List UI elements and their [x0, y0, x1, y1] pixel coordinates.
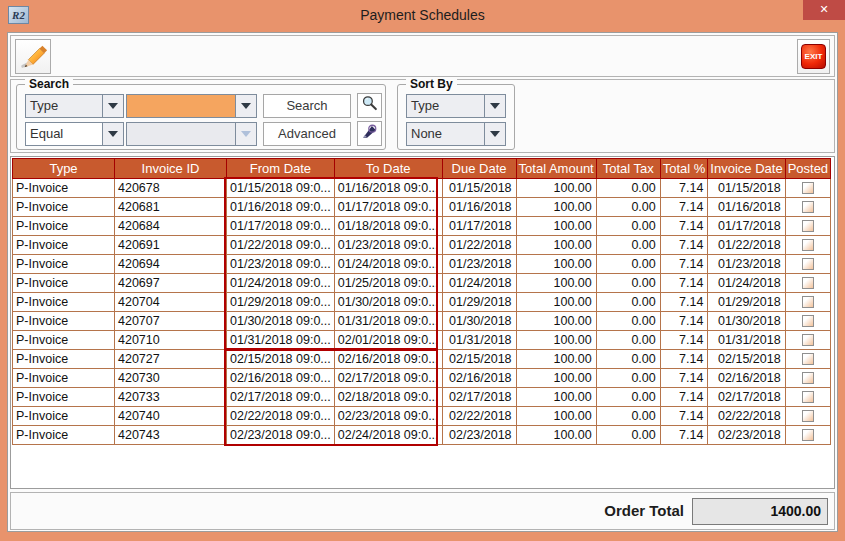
- cell-to_date[interactable]: 02/16/2018 09:0...: [334, 350, 442, 369]
- cell-total_pct[interactable]: 7.14: [660, 426, 708, 445]
- cell-invoice_date[interactable]: 02/22/2018: [708, 407, 785, 426]
- cell-from_date[interactable]: 02/15/2018 09:0...: [227, 350, 335, 369]
- cell-to_date[interactable]: 01/18/2018 09:0...: [334, 217, 442, 236]
- cell-to_date[interactable]: 02/17/2018 09:0...: [334, 369, 442, 388]
- cell-to_date[interactable]: 01/30/2018 09:0...: [334, 293, 442, 312]
- cell-invoice_date[interactable]: 01/30/2018: [708, 312, 785, 331]
- column-header-total_pct[interactable]: Total %: [660, 159, 708, 179]
- cell-posted[interactable]: [785, 236, 830, 255]
- cell-from_date[interactable]: 01/23/2018 09:0...: [227, 255, 335, 274]
- cell-due_date[interactable]: 01/31/2018: [442, 331, 516, 350]
- cell-total_tax[interactable]: 0.00: [596, 331, 660, 350]
- cell-invoice_id[interactable]: 420694: [115, 255, 227, 274]
- cell-total_amount[interactable]: 100.00: [516, 350, 596, 369]
- cell-to_date[interactable]: 01/24/2018 09:0...: [334, 255, 442, 274]
- cell-posted[interactable]: [785, 426, 830, 445]
- cell-total_tax[interactable]: 0.00: [596, 407, 660, 426]
- cell-type[interactable]: P-Invoice: [13, 312, 115, 331]
- cell-total_tax[interactable]: 0.00: [596, 369, 660, 388]
- cell-invoice_id[interactable]: 420743: [115, 426, 227, 445]
- column-header-invoice_id[interactable]: Invoice ID: [115, 159, 227, 179]
- cell-type[interactable]: P-Invoice: [13, 217, 115, 236]
- chevron-down-icon[interactable]: [484, 123, 505, 145]
- cell-type[interactable]: P-Invoice: [13, 407, 115, 426]
- sort-primary-dropdown[interactable]: Type: [406, 94, 506, 118]
- cell-posted[interactable]: [785, 407, 830, 426]
- posted-checkbox[interactable]: [802, 372, 814, 384]
- cell-type[interactable]: P-Invoice: [13, 179, 115, 198]
- cell-total_amount[interactable]: 100.00: [516, 179, 596, 198]
- cell-due_date[interactable]: 02/15/2018: [442, 350, 516, 369]
- cell-total_pct[interactable]: 7.14: [660, 369, 708, 388]
- cell-total_tax[interactable]: 0.00: [596, 198, 660, 217]
- cell-type[interactable]: P-Invoice: [13, 198, 115, 217]
- cell-invoice_date[interactable]: 01/16/2018: [708, 198, 785, 217]
- cell-total_amount[interactable]: 100.00: [516, 198, 596, 217]
- search-operator-dropdown[interactable]: Equal: [25, 122, 124, 146]
- table-row[interactable]: P-Invoice42068101/16/2018 09:0...01/17/2…: [13, 198, 831, 217]
- cell-total_amount[interactable]: 100.00: [516, 312, 596, 331]
- posted-checkbox[interactable]: [802, 277, 814, 289]
- cell-due_date[interactable]: 01/23/2018: [442, 255, 516, 274]
- cell-due_date[interactable]: 02/16/2018: [442, 369, 516, 388]
- cell-posted[interactable]: [785, 388, 830, 407]
- posted-checkbox[interactable]: [802, 353, 814, 365]
- cell-from_date[interactable]: 02/17/2018 09:0...: [227, 388, 335, 407]
- posted-checkbox[interactable]: [802, 182, 814, 194]
- cell-type[interactable]: P-Invoice: [13, 331, 115, 350]
- table-row[interactable]: P-Invoice42073302/17/2018 09:0...02/18/2…: [13, 388, 831, 407]
- cell-total_pct[interactable]: 7.14: [660, 274, 708, 293]
- cell-due_date[interactable]: 01/16/2018: [442, 198, 516, 217]
- cell-total_amount[interactable]: 100.00: [516, 426, 596, 445]
- cell-invoice_id[interactable]: 420684: [115, 217, 227, 236]
- cell-total_tax[interactable]: 0.00: [596, 388, 660, 407]
- cell-total_pct[interactable]: 7.14: [660, 179, 708, 198]
- column-header-due_date[interactable]: Due Date: [442, 159, 516, 179]
- cell-invoice_date[interactable]: 02/17/2018: [708, 388, 785, 407]
- cell-total_pct[interactable]: 7.14: [660, 407, 708, 426]
- table-row[interactable]: P-Invoice42068401/17/2018 09:0...01/18/2…: [13, 217, 831, 236]
- column-header-from_date[interactable]: From Date: [227, 159, 335, 179]
- column-header-invoice_date[interactable]: Invoice Date: [708, 159, 785, 179]
- cell-from_date[interactable]: 02/23/2018 09:0...: [227, 426, 335, 445]
- table-row[interactable]: P-Invoice42070401/29/2018 09:0...01/30/2…: [13, 293, 831, 312]
- cell-invoice_date[interactable]: 01/29/2018: [708, 293, 785, 312]
- posted-checkbox[interactable]: [802, 220, 814, 232]
- cell-posted[interactable]: [785, 198, 830, 217]
- posted-checkbox[interactable]: [802, 315, 814, 327]
- column-header-to_date[interactable]: To Date: [334, 159, 442, 179]
- cell-posted[interactable]: [785, 293, 830, 312]
- cell-invoice_id[interactable]: 420730: [115, 369, 227, 388]
- cell-total_pct[interactable]: 7.14: [660, 388, 708, 407]
- table-row[interactable]: P-Invoice42069101/22/2018 09:0...01/23/2…: [13, 236, 831, 255]
- cell-from_date[interactable]: 02/22/2018 09:0...: [227, 407, 335, 426]
- cell-invoice_date[interactable]: 02/16/2018: [708, 369, 785, 388]
- table-row[interactable]: P-Invoice42074002/22/2018 09:0...02/23/2…: [13, 407, 831, 426]
- cell-to_date[interactable]: 02/23/2018 09:0...: [334, 407, 442, 426]
- chevron-down-icon[interactable]: [102, 95, 123, 117]
- posted-checkbox[interactable]: [802, 258, 814, 270]
- cell-total_pct[interactable]: 7.14: [660, 350, 708, 369]
- posted-checkbox[interactable]: [802, 296, 814, 308]
- cell-type[interactable]: P-Invoice: [13, 274, 115, 293]
- cell-type[interactable]: P-Invoice: [13, 293, 115, 312]
- table-row[interactable]: P-Invoice42069701/24/2018 09:0...01/25/2…: [13, 274, 831, 293]
- cell-invoice_date[interactable]: 01/31/2018: [708, 331, 785, 350]
- cell-total_amount[interactable]: 100.00: [516, 274, 596, 293]
- cell-total_tax[interactable]: 0.00: [596, 312, 660, 331]
- column-header-total_tax[interactable]: Total Tax: [596, 159, 660, 179]
- cell-invoice_date[interactable]: 01/23/2018: [708, 255, 785, 274]
- cell-total_pct[interactable]: 7.14: [660, 236, 708, 255]
- cell-invoice_id[interactable]: 420691: [115, 236, 227, 255]
- column-header-posted[interactable]: Posted: [785, 159, 830, 179]
- chevron-down-icon[interactable]: [484, 95, 505, 117]
- cell-type[interactable]: P-Invoice: [13, 350, 115, 369]
- cell-from_date[interactable]: 01/15/2018 09:0...: [227, 179, 335, 198]
- cell-invoice_id[interactable]: 420697: [115, 274, 227, 293]
- cell-from_date[interactable]: 01/16/2018 09:0...: [227, 198, 335, 217]
- sort-secondary-dropdown[interactable]: None: [406, 122, 506, 146]
- cell-total_amount[interactable]: 100.00: [516, 217, 596, 236]
- posted-checkbox[interactable]: [802, 201, 814, 213]
- edit-button[interactable]: [15, 39, 51, 74]
- cell-posted[interactable]: [785, 312, 830, 331]
